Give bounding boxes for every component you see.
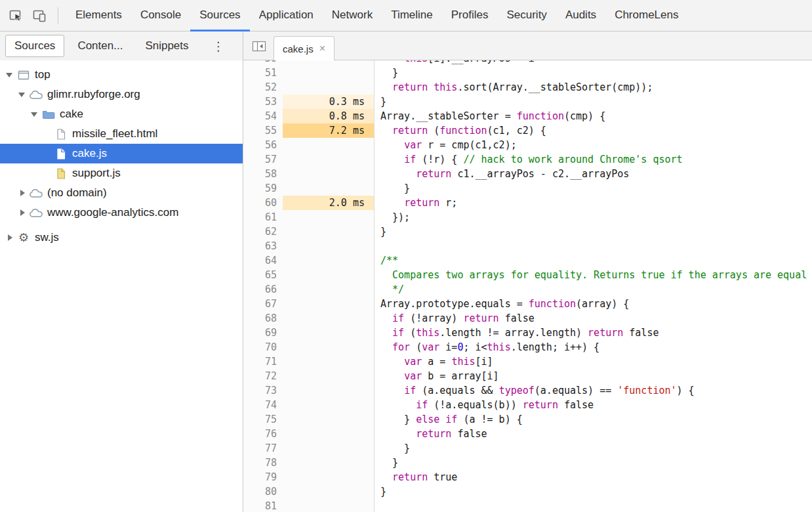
code-text[interactable]: return true [375, 470, 812, 484]
line-number[interactable]: 70 [243, 340, 283, 354]
line-number[interactable]: 60 [243, 196, 283, 210]
line-number[interactable]: 73 [243, 383, 283, 398]
sidebar-item-www-google-analytics-com[interactable]: www.google-analytics.com [0, 203, 243, 223]
sidebar-item-cake[interactable]: cake [0, 104, 243, 124]
code-text[interactable]: } [375, 224, 812, 239]
sidebar-item-no-domain[interactable]: (no domain) [0, 183, 243, 203]
tab-audits[interactable]: Audits [556, 0, 605, 31]
code-text[interactable]: var r = cmp(c1,c2); [375, 138, 812, 152]
line-number[interactable]: 68 [243, 311, 283, 326]
sidebar-item-missile-fleet-html[interactable]: missile_fleet.html [0, 124, 243, 144]
code-text[interactable]: } [375, 441, 812, 456]
navigator-tab-snippets[interactable]: Snippets [136, 35, 197, 57]
chevron-down-icon[interactable] [5, 70, 16, 80]
line-number[interactable]: 62 [243, 224, 283, 239]
line-number[interactable]: 76 [243, 427, 283, 441]
line-number[interactable]: 81 [243, 499, 283, 512]
code-text[interactable]: for (var i=0; i<this.length; i++) { [375, 340, 812, 354]
chevron-right-icon[interactable] [18, 188, 29, 198]
code-text[interactable]: var b = array[i] [375, 369, 812, 383]
inspect-icon[interactable] [7, 7, 25, 25]
line-number[interactable]: 52 [243, 80, 283, 95]
sidebar-item-glimr-rubyforge-org[interactable]: glimr.rubyforge.org [0, 85, 243, 104]
line-number[interactable]: 72 [243, 369, 283, 383]
tab-chromelens[interactable]: ChromeLens [605, 0, 687, 31]
overflow-menu-icon[interactable]: ⋮ [209, 39, 229, 53]
line-number[interactable]: 58 [243, 167, 283, 181]
line-number[interactable]: 63 [243, 239, 283, 253]
code-text[interactable]: } [375, 484, 812, 499]
line-number[interactable]: 50 [243, 60, 283, 66]
code-text[interactable]: Array.__stableSorter = function(cmp) { [375, 109, 812, 123]
code-text[interactable]: return r; [375, 196, 812, 210]
chevron-right-icon[interactable] [18, 207, 29, 218]
code-text[interactable]: Array.prototype.equals = function(array)… [375, 297, 812, 311]
sidebar-item-top[interactable]: top [0, 65, 243, 85]
line-number[interactable]: 53 [243, 95, 283, 109]
code-text[interactable]: if (a.equals && typeof(a.equals) == 'fun… [375, 383, 812, 398]
chevron-right-icon[interactable] [5, 232, 16, 243]
line-number[interactable]: 71 [243, 354, 283, 369]
code-text[interactable]: }); [375, 210, 812, 224]
code-text[interactable]: } else if (a != b) { [375, 412, 812, 427]
chevron-down-icon[interactable] [30, 109, 41, 119]
line-number[interactable]: 74 [243, 398, 283, 412]
tab-security[interactable]: Security [497, 0, 556, 31]
sidebar-item-sw-js[interactable]: ⚙sw.js [0, 228, 243, 247]
code-text[interactable]: return c1.__arrayPos - c2.__arrayPos [375, 167, 812, 181]
tree-item-label: glimr.rubyforge.org [47, 88, 140, 101]
code-text[interactable]: } [375, 95, 812, 109]
code-text[interactable]: if (this.length != array.length) return … [375, 326, 812, 340]
line-number[interactable]: 78 [243, 456, 283, 470]
line-number[interactable]: 54 [243, 109, 283, 123]
code-text[interactable]: return (function(c1, c2) { [375, 123, 812, 138]
code-text[interactable]: } [375, 181, 812, 196]
device-toolbar-icon[interactable] [30, 7, 49, 25]
line-number[interactable]: 64 [243, 253, 283, 268]
line-number[interactable]: 80 [243, 484, 283, 499]
line-number[interactable]: 66 [243, 282, 283, 297]
line-number[interactable]: 51 [243, 66, 283, 80]
navigator-tab-sources[interactable]: Sources [5, 35, 64, 57]
line-number[interactable]: 67 [243, 297, 283, 311]
close-icon[interactable]: × [319, 43, 325, 54]
navigator-toggle-icon[interactable] [251, 39, 267, 53]
line-number[interactable]: 65 [243, 268, 283, 282]
line-number[interactable]: 57 [243, 152, 283, 167]
line-number[interactable]: 77 [243, 441, 283, 456]
line-number[interactable]: 69 [243, 326, 283, 340]
tab-application[interactable]: Application [250, 0, 323, 31]
tab-network[interactable]: Network [323, 0, 382, 31]
line-number[interactable]: 61 [243, 210, 283, 224]
line-number[interactable]: 55 [243, 123, 283, 138]
code-text[interactable]: */ [375, 282, 812, 297]
code-text[interactable] [375, 239, 812, 253]
code-text[interactable]: this[i].__arrayPos = i [375, 60, 812, 66]
navigator-tab-conten[interactable]: Conten... [68, 35, 132, 57]
tab-elements[interactable]: Elements [66, 0, 131, 31]
profile-time: 0.8 ms [283, 109, 375, 123]
code-text[interactable]: } [375, 66, 812, 80]
tab-console[interactable]: Console [131, 0, 190, 31]
line-number[interactable]: 75 [243, 412, 283, 427]
code-text[interactable]: } [375, 456, 812, 470]
code-text[interactable]: if (!r) { // hack to work around Chrome'… [375, 152, 812, 167]
code-text[interactable]: Compares two arrays for equality. Return… [375, 268, 812, 282]
code-text[interactable]: /** [375, 253, 812, 268]
code-text[interactable]: var a = this[i] [375, 354, 812, 369]
line-number[interactable]: 79 [243, 470, 283, 484]
sidebar-item-support-js[interactable]: support.js [0, 163, 243, 183]
code-text[interactable]: if (!a.equals(b)) return false [375, 398, 812, 412]
file-tab-cake-js[interactable]: cake.js × [274, 36, 335, 60]
tab-timeline[interactable]: Timeline [382, 0, 442, 31]
code-text[interactable]: return false [375, 427, 812, 441]
code-text[interactable]: return this.sort(Array.__stableSorter(cm… [375, 80, 812, 95]
line-number[interactable]: 56 [243, 138, 283, 152]
tab-profiles[interactable]: Profiles [442, 0, 498, 31]
code-text[interactable] [375, 499, 812, 512]
code-text[interactable]: if (!array) return false [375, 311, 812, 326]
sidebar-item-cake-js[interactable]: cake.js [0, 144, 243, 163]
line-number[interactable]: 59 [243, 181, 283, 196]
chevron-down-icon[interactable] [18, 89, 29, 100]
tab-sources[interactable]: Sources [190, 0, 249, 31]
